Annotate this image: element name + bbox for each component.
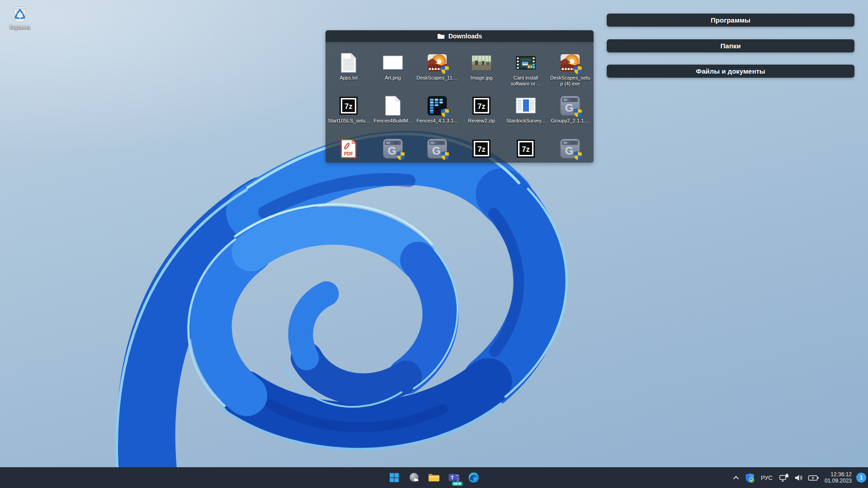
file-label: Groupy2_2.1.1.... [551,118,590,124]
taskbar-center: T NEW [385,467,483,488]
file-label: Image.jpg [471,75,492,81]
7z-archive-icon: 7z [471,138,492,160]
language-indicator[interactable]: РУС [757,469,777,487]
photo-icon [471,52,492,74]
svg-text:PDF: PDF [344,151,353,156]
svg-text:7z: 7z [477,145,485,153]
fence-files-documents-titlebar[interactable]: Файлы и документы [607,65,854,78]
file-item[interactable]: G [371,138,415,163]
7z-archive-icon: 7z [338,95,359,117]
volume-icon [794,473,803,483]
uac-shield-icon [441,108,449,117]
file-item[interactable]: Apps.txt [326,52,371,95]
blank-file-icon [382,95,404,117]
fence-programs-titlebar[interactable]: Программы [607,14,854,27]
fence-files-documents-title: Файлы и документы [696,67,765,75]
7z-archive-icon: 7z [471,95,492,117]
start-icon [389,473,399,483]
file-label: Fences4_4.1.3.1-... [416,118,458,130]
system-tray: РУС [729,467,866,488]
recycle-bin-icon [9,3,30,23]
deskscapes-icon [426,52,448,74]
svg-text:7z: 7z [522,145,529,153]
groupy-app-icon: G [559,95,581,117]
video-file-icon: 321 [515,52,537,74]
file-item[interactable]: StardockSurvey... [504,95,548,138]
file-explorer-icon [428,472,440,483]
svg-text:7z: 7z [344,102,352,110]
widgets-button[interactable] [405,469,423,487]
battery-icon [808,473,819,483]
file-label: Apps.txt [340,75,358,81]
clock-time: 12:36:12 [830,471,852,478]
recycle-bin[interactable]: Корзина [3,3,37,30]
file-item[interactable]: G [415,138,459,163]
groupy-app-icon: G [426,138,448,160]
downloads-fence-body: Apps.txt Art.png DeskScapes_11.... Image… [326,42,594,163]
file-item[interactable]: 7z Start10SLS_setu... [326,95,371,138]
file-item[interactable]: Image.jpg [459,52,504,95]
clock[interactable]: 12:36:12 01.09.2023 [821,469,855,487]
network-tray-button[interactable] [777,469,792,487]
defender-shield-icon [745,473,755,483]
fence-folders-titlebar[interactable]: Папки [607,39,854,52]
file-label: StardockSurvey... [506,118,545,124]
file-item[interactable]: G [548,138,592,163]
fence-folders-title: Папки [721,42,741,50]
file-label: DeskScapes_11.... [416,75,458,81]
uac-shield-icon [574,151,582,160]
survey-file-icon [515,95,537,117]
start-button[interactable] [385,469,403,487]
file-item[interactable]: DeskScapes_11.... [415,52,459,95]
downloads-file-grid: Apps.txt Art.png DeskScapes_11.... Image… [326,42,594,163]
svg-text:G: G [432,145,441,157]
edge-button[interactable] [465,469,483,487]
file-item[interactable]: DeskScapes_setup (4).exe [548,52,592,95]
downloads-fence: Downloads Apps.txt Art.png DeskScapes_11… [326,30,594,163]
file-item[interactable]: PDF [326,138,371,163]
blank-image-icon [382,52,404,74]
network-icon [779,473,789,483]
widgets-weather-icon [409,472,420,483]
teams-new-badge: NEW [452,482,462,486]
file-explorer-button[interactable] [425,469,443,487]
downloads-fence-title: Downloads [448,33,482,40]
volume-tray-button[interactable] [792,469,806,487]
file-item[interactable]: 7z [504,138,548,163]
file-label: Start10SLS_setu... [328,118,369,124]
deskscapes-icon [559,52,581,74]
defender-tray-button[interactable] [743,469,757,487]
uac-shield-icon [574,108,582,117]
file-item[interactable]: 7z [459,138,504,163]
battery-tray-button[interactable] [806,469,821,487]
fences-app-icon [426,95,448,117]
uac-shield-icon [396,151,405,160]
file-label: Art.png [385,75,401,81]
folder-icon [437,33,445,39]
uac-shield-icon [574,65,582,75]
desktop: Корзина Downloads Apps.txt Art.png DeskS… [0,0,868,488]
file-label: DeskScapes_setup (4).exe [549,75,591,87]
fence-programs-title: Программы [711,16,750,24]
7z-archive-icon: 7z [515,138,537,160]
file-label: Fences4BuildM... [374,118,412,124]
file-label: Cant install software or ... [505,75,547,87]
tray-overflow-button[interactable] [729,469,743,487]
clock-date: 01.09.2023 [825,478,852,484]
downloads-fence-titlebar[interactable]: Downloads [326,30,594,42]
file-item[interactable]: Art.png [371,52,415,95]
file-item[interactable]: 321 Cant install software or ... [504,52,548,95]
notification-count-badge[interactable]: 1 [856,473,866,483]
edge-icon [468,472,480,483]
text-file-icon [338,52,359,74]
file-item[interactable]: Fences4_4.1.3.1-... [415,95,459,138]
file-item[interactable]: G Groupy2_2.1.1.... [548,95,592,138]
file-label: Review2.zip [468,118,495,124]
file-item[interactable]: Fences4BuildM... [371,95,415,138]
svg-text:G: G [565,145,574,157]
taskbar: T NEW [0,467,868,488]
chevron-up-icon [731,473,741,482]
teams-button[interactable]: T NEW [445,469,463,487]
file-item[interactable]: 7z Review2.zip [459,95,504,138]
uac-shield-icon [441,65,449,75]
